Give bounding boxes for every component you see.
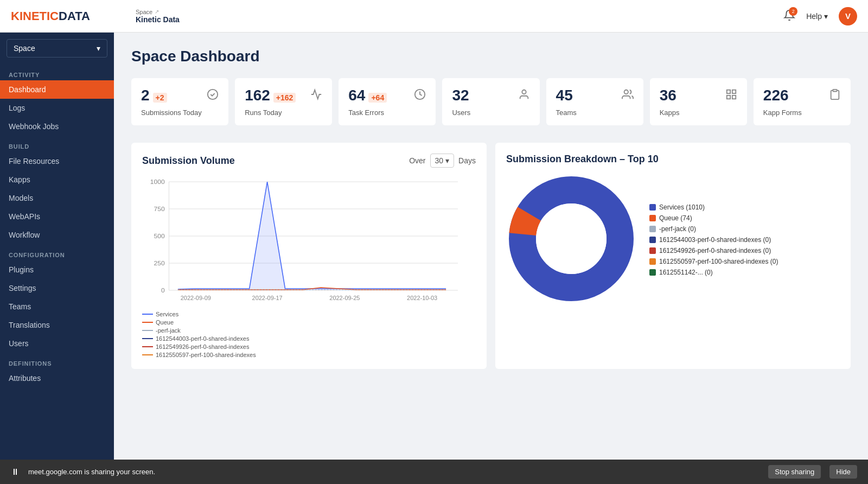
sidebar-item-file-resources[interactable]: File Resources: [0, 152, 114, 170]
stat-kapp-forms-main: 226: [763, 87, 789, 104]
svg-text:500: 500: [154, 233, 165, 239]
1612544003-dot: [649, 237, 656, 243]
svg-text:0: 0: [161, 287, 165, 293]
submission-breakdown-card: Submission Breakdown – Top 10: [495, 143, 851, 369]
1612549926-dot: [649, 247, 656, 254]
hide-button[interactable]: Hide: [829, 465, 857, 479]
sidebar-section-build: Build: [0, 136, 114, 152]
stat-errors-label: Task Errors: [348, 109, 426, 117]
queue-dot: [649, 215, 656, 221]
svg-text:1000: 1000: [150, 179, 165, 184]
breadcrumb: Space ↗ Kinetic Data: [136, 9, 180, 24]
1612551142-dot: [649, 269, 656, 276]
stat-users-label: Users: [452, 109, 529, 117]
days-label: Days: [458, 156, 476, 165]
stat-users: 32 Users: [442, 78, 539, 125]
sidebar-item-webhook-jobs[interactable]: Webhook Jobs: [0, 117, 114, 136]
sidebar-item-kapps[interactable]: Kapps: [0, 170, 114, 189]
stat-runs-main: 162: [245, 87, 270, 104]
sidebar-section-definitions: Definitions: [0, 353, 114, 369]
svg-point-2: [522, 90, 526, 93]
svg-text:2022-10-03: 2022-10-03: [407, 295, 437, 301]
days-value: 30: [435, 156, 444, 165]
breadcrumb-arrow: ↗: [155, 9, 159, 15]
top-header: KINETIC DATA Space ↗ Kinetic Data 2 Help…: [0, 0, 868, 33]
stat-teams-label: Teams: [556, 109, 634, 117]
donut-chart-svg: [506, 174, 636, 304]
stat-runs: 162 +162 Runs Today: [235, 78, 332, 125]
stat-kapps-label: Kapps: [660, 109, 737, 117]
stat-submissions-delta: +2: [153, 93, 167, 103]
perf-jack-dot: [649, 226, 656, 232]
sidebar-item-logs[interactable]: Logs: [0, 99, 114, 117]
sidebar-item-settings[interactable]: Settings: [0, 279, 114, 297]
screen-share-bar: ⏸ meet.google.com is sharing your screen…: [0, 460, 868, 484]
sidebar-item-dashboard[interactable]: Dashboard: [0, 80, 114, 99]
sidebar-section-activity: Activity: [0, 64, 114, 80]
legend-services: Services: [142, 311, 476, 317]
stat-kapps-main: 36: [660, 87, 676, 104]
page-title: Space Dashboard: [131, 48, 851, 65]
stat-errors-main: 64: [348, 87, 365, 104]
svg-text:2022-09-17: 2022-09-17: [252, 295, 283, 301]
help-button[interactable]: Help ▾: [806, 12, 828, 21]
submission-volume-title: Submission Volume: [142, 155, 235, 167]
grid-icon: [725, 88, 737, 103]
users-icon: [622, 88, 634, 103]
notifications-button[interactable]: 2: [783, 9, 795, 23]
svg-rect-7: [732, 95, 736, 98]
over-label: Over: [409, 156, 425, 165]
legend-item-services: Services (1010): [649, 203, 778, 211]
sidebar-item-users[interactable]: Users: [0, 334, 114, 353]
sidebar-item-webapis[interactable]: WebAPIs: [0, 207, 114, 226]
sidebar-item-translations[interactable]: Translations: [0, 316, 114, 334]
space-selector[interactable]: Space ▾: [7, 39, 107, 58]
activity-icon: [310, 88, 322, 103]
legend-item-queue: Queue (74): [649, 214, 778, 222]
legend-item-1612551142: 1612551142-... (0): [649, 269, 778, 276]
sidebar-item-workflow[interactable]: Workflow: [0, 226, 114, 244]
donut-chart-container: Services (1010) Queue (74) -perf-jack (0…: [506, 174, 840, 306]
sidebar-item-plugins[interactable]: Plugins: [0, 260, 114, 279]
stat-submissions: 2 +2 Submissions Today: [131, 78, 228, 125]
days-select[interactable]: 30 ▾: [430, 154, 455, 168]
legend-queue: Queue: [142, 319, 476, 326]
stat-runs-label: Runs Today: [245, 109, 322, 117]
1612550597-dot: [649, 258, 656, 265]
legend-1612544003: 1612544003-perf-0-shared-indexes: [142, 335, 476, 342]
sidebar-section-config: Configuration: [0, 244, 114, 260]
svg-rect-8: [833, 89, 837, 91]
charts-grid: Submission Volume Over 30 ▾ Days: [131, 143, 851, 369]
checkmark-icon: [207, 88, 219, 103]
donut-legend: Services (1010) Queue (74) -perf-jack (0…: [649, 203, 778, 276]
stop-sharing-button[interactable]: Stop sharing: [768, 465, 821, 479]
legend-1612550597: 1612550597-perf-100-shared-indexes: [142, 352, 476, 358]
stat-submissions-label: Submissions Today: [141, 109, 219, 117]
breakdown-title: Submission Breakdown – Top 10: [506, 154, 659, 165]
clock-icon: [414, 88, 426, 103]
stat-users-main: 32: [452, 87, 469, 104]
screen-share-text: meet.google.com is sharing your screen.: [28, 468, 760, 476]
breadcrumb-current: Kinetic Data: [136, 15, 180, 24]
svg-rect-6: [727, 95, 730, 98]
svg-rect-5: [732, 90, 736, 93]
logo: KINETIC DATA: [11, 9, 125, 23]
svg-point-0: [208, 89, 218, 99]
sidebar-item-models[interactable]: Models: [0, 189, 114, 207]
donut-svg-wrap: [506, 174, 636, 306]
legend-item-1612550597: 1612550597-perf-100-shared-indexes (0): [649, 258, 778, 265]
stat-submissions-main: 2: [141, 87, 150, 104]
svg-text:750: 750: [154, 206, 165, 212]
user-avatar[interactable]: V: [839, 7, 857, 26]
svg-rect-4: [727, 90, 730, 93]
sidebar-item-teams[interactable]: Teams: [0, 297, 114, 316]
stat-runs-delta: +162: [273, 93, 296, 103]
stat-errors-delta: +64: [368, 93, 387, 103]
stat-kapp-forms-label: Kapp Forms: [763, 109, 841, 117]
line-chart-legend: Services Queue -perf-jack 1612544003-per…: [142, 311, 476, 358]
sidebar-item-attributes[interactable]: Attributes: [0, 369, 114, 387]
stat-teams: 45 Teams: [546, 78, 643, 125]
main-content: Space Dashboard 2 +2 Submissions Today: [114, 33, 868, 484]
stat-errors: 64 +64 Task Errors: [339, 78, 436, 125]
breadcrumb-parent: Space ↗: [136, 9, 180, 15]
